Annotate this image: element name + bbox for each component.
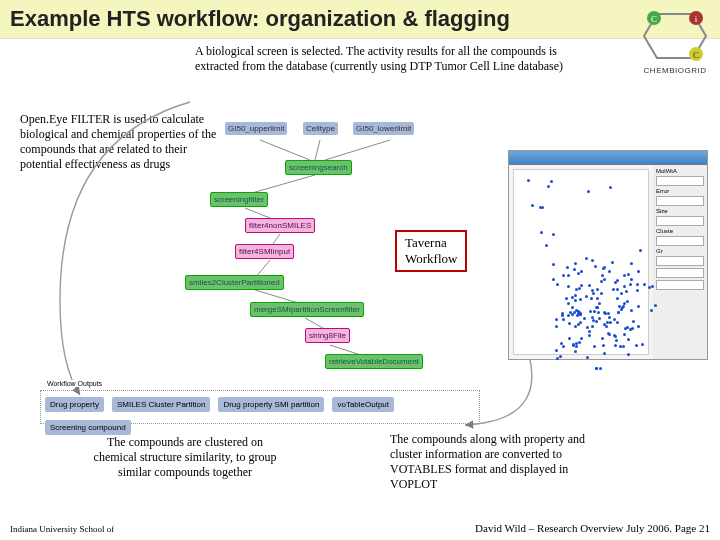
wf-outputs-container: Drug property SMILES Cluster Partition D… — [40, 390, 480, 424]
side-control[interactable] — [656, 196, 704, 206]
side-control[interactable] — [656, 216, 704, 226]
wf-node: screeningfilter — [210, 192, 268, 207]
wf-node: string8File — [305, 328, 350, 343]
wf-node: filter4SMIinput — [235, 244, 294, 259]
side-label: Size — [656, 208, 704, 214]
wf-output: Screening compound — [45, 420, 131, 435]
scatter-plot-area — [513, 169, 649, 355]
svg-text:C: C — [693, 50, 699, 60]
wf-output: Drug property SMI partition — [218, 397, 324, 412]
side-control[interactable] — [656, 268, 704, 278]
page-title: Example HTS workflow: organization & fla… — [10, 6, 710, 32]
side-control[interactable] — [656, 236, 704, 246]
wf-input: GI50_lowerlimit — [353, 122, 414, 135]
side-control[interactable] — [656, 176, 704, 186]
wf-input: Celltype — [303, 122, 338, 135]
wf-node: smiles2ClusterPartitioned — [185, 275, 284, 290]
wf-node: retrieveVotableDocument — [325, 354, 423, 369]
wf-input: GI50_upperlimit — [225, 122, 287, 135]
side-label: MolWtA — [656, 168, 704, 174]
side-label: Error — [656, 188, 704, 194]
workflow-diagram: GI50_upperlimit Celltype GI50_lowerlimit… — [155, 120, 485, 420]
wf-node: filter4nonSMILES — [245, 218, 315, 233]
svg-text:C: C — [651, 14, 657, 24]
wf-node: screeningsearch — [285, 160, 352, 175]
wf-outputs-label: Workflow Outputs — [44, 380, 105, 387]
logo-hex-icon: C i C — [640, 6, 710, 66]
intro-text: A biological screen is selected. The act… — [195, 44, 585, 74]
title-bar: Example HTS workflow: organization & fla… — [0, 0, 720, 39]
votables-text: The compounds along with property and cl… — [390, 432, 610, 492]
wf-node: mergeSMIpartitionScreenfilter — [250, 302, 364, 317]
chembiogrid-logo: C i C CHEMBIOGRID — [640, 6, 710, 75]
cluster-text: The compounds are clustered on chemical … — [85, 435, 285, 480]
side-control[interactable] — [656, 280, 704, 290]
side-label: Gr — [656, 248, 704, 254]
voplot-titlebar — [509, 151, 707, 165]
footer-left: Indiana University School of — [10, 524, 114, 534]
wf-output: SMILES Cluster Partition — [112, 397, 210, 412]
logo-label: CHEMBIOGRID — [640, 66, 710, 75]
wf-output: Drug property — [45, 397, 104, 412]
side-label: Cluste — [656, 228, 704, 234]
voplot-window: MolWtA Error Size Cluste Gr — [508, 150, 708, 360]
footer-right: David Wild – Research Overview July 2006… — [475, 522, 710, 534]
wf-output: voTableOutput — [332, 397, 394, 412]
voplot-side-panel: MolWtA Error Size Cluste Gr — [653, 165, 707, 359]
side-control[interactable] — [656, 256, 704, 266]
